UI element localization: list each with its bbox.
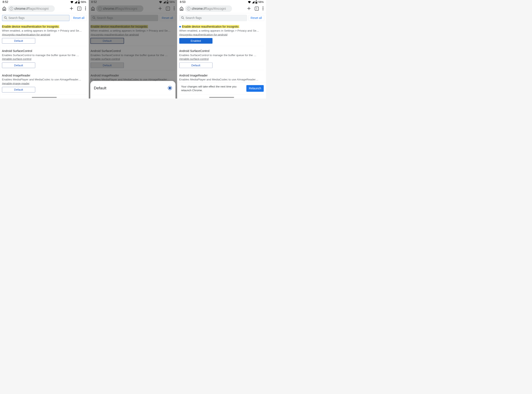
dialog-option-label: Default — [94, 86, 106, 90]
battery-icon — [78, 0, 80, 4]
select-value: Default — [14, 88, 23, 91]
modified-indicator-icon — [179, 26, 181, 28]
dialog-option[interactable]: Default — [90, 81, 176, 95]
flags-search-row: Search flagsReset all — [0, 13, 88, 23]
flag-anchor-link[interactable]: #enable-surface-control — [179, 57, 209, 61]
search-flags-input[interactable]: Search flags — [2, 15, 69, 21]
site-info-icon[interactable]: i — [187, 7, 190, 10]
flag-item: Messages infrastructureWhen enabled, wil… — [179, 95, 264, 99]
url-bar[interactable]: ichrome://flags/#incogni — [7, 5, 55, 12]
radio-icon — [168, 86, 172, 90]
flag-description: Enables MediaPlayer and MediaCodec to us… — [179, 78, 264, 81]
flag-description: Enables MediaPlayer and MediaCodec to us… — [2, 78, 87, 81]
flag-title: Enable device reauthentication for Incog… — [2, 25, 59, 28]
status-time: 8:52 — [2, 0, 8, 4]
new-tab-button[interactable] — [247, 6, 251, 11]
battery-icon — [255, 0, 258, 4]
flag-item: Android SurfaceControlEnables SurfaceCon… — [179, 46, 264, 70]
phone-screenshot: 8:5256%ichrome://flags/#incogni1Search f… — [89, 0, 177, 98]
reset-all-button[interactable]: Reset all — [71, 15, 87, 21]
tab-switch-button[interactable]: 1 — [77, 7, 81, 10]
new-tab-button[interactable] — [69, 6, 74, 11]
flag-item: Android ImageReaderEnables MediaPlayer a… — [2, 70, 87, 95]
flag-anchor-link[interactable]: #enable-image-reader — [2, 82, 30, 85]
home-button[interactable] — [179, 6, 184, 11]
flag-item: Messages infrastructureWhen enabled, wil… — [2, 95, 87, 99]
url-bar[interactable]: ichrome://flags/#incogni — [185, 5, 232, 12]
search-icon — [4, 16, 7, 20]
overflow-menu-button[interactable] — [263, 6, 263, 10]
flag-title: Messages infrastructure — [179, 98, 210, 99]
wifi-icon — [70, 1, 74, 4]
flag-description: Enables SurfaceControl to manage the buf… — [179, 54, 264, 57]
url-path: flags/#incogni — [206, 7, 226, 10]
wifi-icon — [248, 1, 251, 4]
flag-anchor-link[interactable]: #incognito-reauthentication-for-android — [179, 33, 227, 36]
chevron-down-icon — [31, 39, 33, 43]
nav-gesture-pill[interactable] — [209, 97, 234, 98]
flag-item: Android SurfaceControlEnables SurfaceCon… — [2, 46, 87, 70]
flags-search-row: Search flagsReset all — [177, 13, 266, 23]
status-time: 8:53 — [180, 0, 185, 4]
search-placeholder: Search flags — [9, 16, 25, 20]
flag-item: Enable device reauthentication for Incog… — [179, 23, 264, 46]
flag-state-select[interactable]: Default — [2, 87, 35, 93]
select-value: Default — [191, 64, 200, 67]
select-value: Default — [14, 64, 23, 67]
site-info-icon[interactable]: i — [10, 7, 13, 10]
flag-description: When enabled, a setting appears in Setti… — [2, 29, 87, 32]
search-placeholder: Search flags — [186, 16, 202, 20]
chevron-down-icon — [209, 39, 211, 43]
status-bar: 8:5256% — [0, 0, 88, 4]
flag-title: Enable device reauthentication for Incog… — [182, 25, 239, 28]
chevron-down-icon — [31, 88, 33, 91]
flag-item: Enable device reauthentication for Incog… — [2, 23, 87, 46]
flag-state-select[interactable]: Enabled — [179, 38, 212, 44]
flag-state-select[interactable]: Default — [179, 62, 212, 68]
signal-icon — [74, 1, 77, 3]
relaunch-message: Your changes will take effect the next t… — [181, 85, 244, 92]
status-bar: 8:5356% — [177, 0, 266, 4]
relaunch-bar: Your changes will take effect the next t… — [177, 82, 266, 94]
flag-anchor-link[interactable]: #enable-surface-control — [2, 57, 31, 61]
flag-description: Enables SurfaceControl to manage the buf… — [2, 54, 87, 57]
flag-title: Android ImageReader — [2, 74, 30, 77]
flag-title: Android SurfaceControl — [179, 49, 209, 53]
flag-state-select[interactable]: Default — [2, 38, 35, 44]
battery-percent: 56% — [81, 0, 86, 4]
select-value: Default — [14, 39, 23, 43]
phone-screenshot: 8:5356%ichrome://flags/#incogni1Search f… — [177, 0, 266, 98]
url-path: flags/#incogni — [28, 7, 49, 10]
flag-title: Messages infrastructure — [2, 98, 33, 99]
flag-state-select[interactable]: Default — [2, 62, 35, 68]
flag-title: Android SurfaceControl — [2, 49, 32, 53]
chevron-down-icon — [31, 64, 33, 67]
flags-list: Enable device reauthentication for Incog… — [0, 23, 88, 98]
battery-percent: 56% — [258, 0, 264, 4]
chevron-down-icon — [209, 64, 211, 67]
url-scheme: chrome:// — [192, 7, 206, 10]
search-flags-input[interactable]: Search flags — [179, 15, 247, 21]
dialog-option[interactable]: Enabled — [90, 95, 176, 99]
phone-screenshot: 8:5256%ichrome://flags/#incogni1Search f… — [0, 0, 89, 98]
browser-toolbar: ichrome://flags/#incogni1 — [177, 4, 266, 13]
search-icon — [181, 16, 184, 20]
flag-value-dialog: DefaultEnabledDisabled — [90, 81, 176, 99]
url-scheme: chrome:// — [14, 7, 28, 10]
relaunch-button[interactable]: Relaunch — [247, 85, 264, 92]
nav-gesture-pill[interactable] — [32, 97, 57, 98]
tab-switch-button[interactable]: 1 — [255, 7, 259, 10]
browser-toolbar: ichrome://flags/#incogni1 — [0, 4, 88, 13]
reset-all-button[interactable]: Reset all — [248, 15, 264, 21]
flag-anchor-link[interactable]: #incognito-reauthentication-for-android — [2, 33, 50, 36]
flag-description: When enabled, a setting appears in Setti… — [179, 29, 264, 32]
overflow-menu-button[interactable] — [85, 6, 86, 10]
home-button[interactable] — [2, 6, 6, 11]
flag-title: Android ImageReader — [179, 74, 208, 77]
select-value: Enabled — [191, 39, 201, 43]
signal-icon — [252, 1, 255, 3]
